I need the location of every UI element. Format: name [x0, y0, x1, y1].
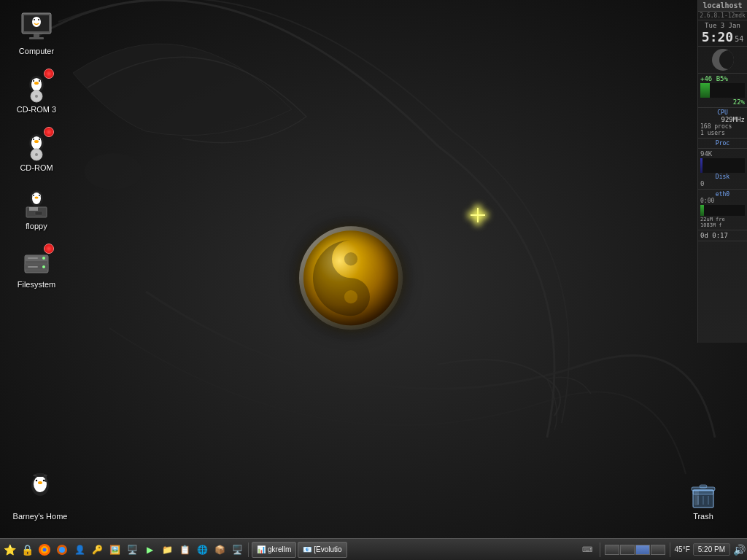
svg-point-41 — [35, 197, 39, 199]
yin-yang-orb[interactable] — [299, 226, 403, 330]
barneys-home-image — [20, 468, 61, 512]
taskbar-image-icon[interactable]: 🖼️ — [107, 542, 123, 558]
taskbar-key-icon[interactable]: 🔑 — [89, 542, 105, 558]
cdrom3-icon-image — [19, 69, 54, 104]
svg-point-19 — [33, 80, 34, 82]
taskbar-lock-icon[interactable]: 🔒 — [19, 542, 35, 558]
taskbar-sep-2 — [600, 542, 600, 557]
pager-page-3[interactable] — [635, 545, 650, 555]
svg-point-3 — [344, 252, 357, 265]
taskbar-package-icon[interactable]: 📦 — [212, 542, 228, 558]
svg-point-23 — [35, 95, 38, 98]
svg-point-33 — [35, 153, 38, 156]
gkrellm-datetime: Tue 3 Jan 5:20 54 — [698, 20, 747, 47]
svg-rect-44 — [35, 211, 42, 215]
glow-star — [471, 208, 485, 222]
gkrellm-moon — [698, 47, 747, 74]
pager-page-1[interactable] — [605, 545, 619, 555]
gkrellm-proc: Proc — [698, 139, 747, 149]
barneys-home-icon[interactable]: Barney's Home — [7, 465, 73, 524]
computer-icon[interactable]: Computer — [7, 7, 66, 58]
gkrellm-window-label: gkrellm — [268, 545, 291, 553]
computer-icon-image — [19, 10, 54, 45]
taskbar-keyboard-icon[interactable]: ⌨ — [579, 542, 595, 558]
gkrellm-cpu: CPU 929MHz 168 procs 1 users — [698, 108, 747, 139]
floppy-icon-image — [19, 185, 54, 220]
taskbar-browser-icon[interactable] — [36, 542, 53, 558]
taskbar-firefox-icon[interactable] — [54, 542, 70, 558]
svg-point-1 — [84, 153, 142, 190]
taskbar-clipboard-icon[interactable]: 📋 — [177, 542, 193, 558]
taskbar-clock[interactable]: 5:20 PM — [693, 543, 730, 556]
svg-point-20 — [39, 80, 40, 82]
svg-point-40 — [39, 195, 40, 196]
svg-point-58 — [38, 481, 42, 484]
cdrom-icon-image — [19, 127, 54, 162]
svg-point-31 — [34, 140, 39, 143]
gkrellm-window-icon: 📊 — [257, 545, 266, 553]
desktop-icon-column: Computer — [7, 7, 66, 292]
svg-point-73 — [43, 548, 47, 551]
filesystem-icon[interactable]: Filesystem — [7, 241, 66, 292]
svg-point-57 — [43, 480, 44, 481]
gkrellm-uptime: 0d 0:17 — [698, 230, 747, 241]
taskbar-pager — [605, 545, 665, 555]
gkrellm-net: eth0 0:00 22uM fre 1083M f — [698, 190, 747, 230]
taskbar-gkrellm-window[interactable]: 📊 gkrellm — [252, 542, 296, 558]
taskbar-screen-icon[interactable]: 🖥️ — [229, 542, 245, 558]
svg-point-62 — [44, 479, 47, 482]
gkrellm-panel: localhost 2.6.8.1-12mdk Tue 3 Jan 5:20 5… — [697, 0, 747, 343]
svg-point-49 — [42, 265, 45, 268]
svg-rect-70 — [694, 491, 699, 505]
taskbar-right: ⌨ 45°F 5:20 PM 🔊 — [579, 542, 746, 558]
floppy-icon-label: floppy — [26, 222, 47, 230]
taskbar-globe-icon[interactable]: 🌐 — [194, 542, 210, 558]
trash-icon[interactable]: Trash — [681, 477, 725, 524]
pager-page-2[interactable] — [620, 545, 635, 555]
svg-point-48 — [42, 257, 45, 260]
gkrellm-hostname: localhost — [698, 0, 747, 12]
taskbar-sep-3 — [670, 542, 670, 557]
cdrom3-icon[interactable]: CD-ROM 3 — [7, 66, 66, 117]
taskbar-volume-icon[interactable]: 🔊 — [733, 544, 746, 556]
taskbar-evolution-window[interactable]: 📧 [Evolutio — [298, 542, 347, 558]
cdrom-icon[interactable]: CD-ROM — [7, 124, 66, 175]
svg-point-29 — [33, 139, 34, 140]
barneys-home-label: Barney's Home — [13, 512, 68, 521]
svg-point-4 — [344, 290, 357, 303]
floppy-icon[interactable]: floppy — [7, 182, 66, 233]
svg-point-75 — [59, 547, 65, 553]
taskbar-folder-icon[interactable]: 📁 — [159, 542, 175, 558]
filesystem-badge — [44, 244, 54, 254]
taskbar-sep-1 — [248, 542, 249, 557]
cdrom-badge — [44, 127, 54, 137]
trash-icon-image — [687, 480, 719, 512]
evolution-window-icon: 📧 — [303, 545, 311, 553]
evolution-window-label: [Evolutio — [314, 545, 341, 553]
svg-point-12 — [38, 19, 39, 20]
taskbar-temperature: 45°F — [675, 545, 690, 553]
svg-rect-60 — [36, 473, 44, 476]
filesystem-icon-label: Filesystem — [18, 280, 56, 289]
svg-point-11 — [34, 19, 35, 20]
filesystem-icon-image — [19, 244, 54, 279]
svg-rect-66 — [700, 485, 707, 488]
svg-point-39 — [33, 195, 34, 196]
svg-point-56 — [36, 480, 37, 481]
taskbar-play-icon[interactable]: ▶ — [142, 542, 158, 558]
pager-page-4[interactable] — [651, 545, 665, 555]
svg-rect-13 — [34, 34, 39, 37]
taskbar-user-icon[interactable]: 👤 — [71, 542, 88, 558]
taskbar-monitor-icon[interactable]: 🖥️ — [124, 542, 140, 558]
gkrellm-disk: 94K Disk 0 — [698, 149, 747, 190]
svg-rect-14 — [29, 37, 44, 39]
svg-point-21 — [34, 82, 39, 85]
cdrom3-badge — [44, 69, 54, 79]
cdrom3-icon-label: CD-ROM 3 — [17, 105, 56, 114]
desktop: Computer — [0, 0, 747, 560]
taskbar-star-icon[interactable]: ⭐ — [1, 542, 18, 558]
svg-rect-50 — [28, 257, 38, 259]
trash-icon-label: Trash — [693, 512, 713, 521]
cdrom-icon-label: CD-ROM — [20, 163, 53, 172]
computer-icon-label: Computer — [19, 47, 54, 55]
